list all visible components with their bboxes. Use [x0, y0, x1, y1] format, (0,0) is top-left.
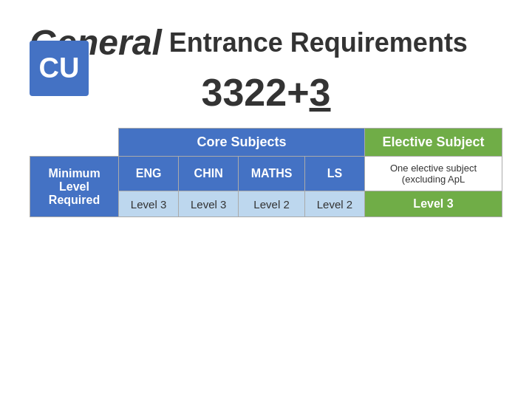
title-area: General Entrance Requirements: [30, 22, 502, 63]
core-subjects-header: Core Subjects: [119, 129, 365, 157]
subject-names-row: MinimumLevelRequired ENG CHIN MATHS LS O…: [30, 157, 502, 191]
score-underline: 3: [310, 71, 331, 114]
logo-area: CU: [30, 41, 89, 96]
score-display: 3322+3: [30, 70, 502, 115]
header-empty-cell: [30, 129, 119, 157]
level-chin: Level 3: [179, 191, 239, 217]
level-ls: Level 2: [304, 191, 364, 217]
level-maths: Level 2: [239, 191, 305, 217]
row-label: MinimumLevelRequired: [30, 157, 119, 217]
subject-eng: ENG: [119, 157, 179, 191]
subject-chin: CHIN: [179, 157, 239, 191]
header-row: Core Subjects Elective Subject: [30, 129, 502, 157]
page-container: General Entrance Requirements CU 3322+3 …: [0, 0, 532, 399]
elective-subject-header: Elective Subject: [365, 129, 502, 157]
title-subtitle: Entrance Requirements: [169, 27, 468, 58]
logo-icon: CU: [30, 41, 89, 96]
elective-description: One elective subject(excluding ApL: [365, 157, 502, 191]
elective-level: Level 3: [365, 191, 502, 217]
requirements-table: Core Subjects Elective Subject MinimumLe…: [30, 128, 502, 217]
subject-ls: LS: [304, 157, 364, 191]
svg-text:CU: CU: [39, 52, 80, 83]
level-eng: Level 3: [119, 191, 179, 217]
subject-maths: MATHS: [239, 157, 305, 191]
